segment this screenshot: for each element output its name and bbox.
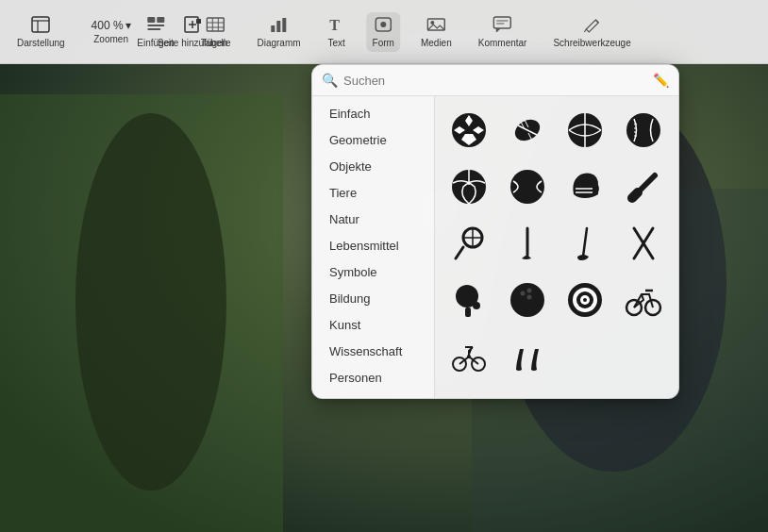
einfuegen-button[interactable]: Einfügen	[131, 12, 179, 52]
category-item-orte[interactable]: Orte	[316, 391, 430, 398]
tennis-ball-button[interactable]	[501, 160, 554, 213]
category-item-kunst[interactable]: Kunst	[316, 312, 430, 338]
svg-point-63	[510, 283, 544, 317]
medien-icon	[426, 16, 445, 36]
svg-point-62	[473, 302, 480, 309]
einfuegen-icon	[146, 16, 165, 36]
golf-club-button[interactable]	[559, 217, 611, 270]
zoom-label: Zoomen	[93, 34, 128, 44]
form-icon	[374, 16, 392, 36]
category-item-wissenschaft[interactable]: Wissenschaft	[316, 339, 430, 364]
svg-line-33	[585, 29, 587, 32]
popup-search-bar: 🔍 ✏️	[312, 65, 678, 96]
ping-pong-button[interactable]	[442, 274, 495, 326]
toolbar-center: Einfügen Tabelle	[131, 12, 636, 52]
diagramm-button[interactable]: Diagramm	[251, 12, 306, 52]
svg-rect-16	[208, 18, 225, 31]
diagramm-icon	[270, 16, 289, 36]
category-list: EinfachGeometrieObjekteTiereNaturLebensm…	[312, 96, 435, 398]
volleyball-button[interactable]	[442, 160, 495, 213]
american-football-button[interactable]	[501, 104, 554, 157]
hockey-stick-button[interactable]	[501, 217, 554, 270]
svg-rect-13	[157, 17, 164, 23]
svg-line-53	[456, 247, 463, 258]
bicycle2-button[interactable]	[442, 330, 495, 383]
symbol-grid	[435, 96, 678, 398]
svg-rect-22	[277, 21, 281, 32]
svg-line-32	[596, 20, 599, 23]
category-item-bildung[interactable]: Bildung	[316, 286, 430, 311]
search-icon: 🔍	[322, 73, 338, 88]
svg-text:T: T	[330, 17, 341, 33]
category-item-personen[interactable]: Personen	[316, 365, 430, 391]
svg-rect-15	[147, 28, 160, 30]
medien-button[interactable]: Medien	[415, 12, 458, 52]
pen-icon[interactable]: ✏️	[653, 73, 669, 88]
svg-rect-27	[427, 19, 444, 30]
category-item-natur[interactable]: Natur	[316, 207, 430, 232]
schreibwerkzeuge-label: Schreibwerkzeuge	[553, 38, 630, 48]
category-item-geometrie[interactable]: Geometrie	[316, 127, 430, 153]
baseball-button[interactable]	[617, 104, 670, 157]
category-item-tiere[interactable]: Tiere	[316, 180, 430, 206]
category-item-einfach[interactable]: Einfach	[316, 101, 430, 126]
tennis-racket-button[interactable]	[442, 217, 495, 270]
svg-rect-14	[147, 25, 164, 26]
text-label: Text	[327, 38, 344, 48]
darstellung-label: Darstellung	[17, 38, 65, 48]
svg-point-49	[510, 170, 544, 204]
einfuegen-label: Einfügen	[137, 38, 174, 48]
kommentar-icon	[493, 16, 512, 36]
medien-label: Medien	[421, 38, 452, 48]
svg-rect-21	[272, 25, 275, 32]
diagramm-label: Diagramm	[257, 38, 300, 48]
svg-point-65	[526, 289, 531, 293]
svg-rect-29	[494, 17, 511, 28]
ski-poles-button[interactable]	[617, 217, 670, 270]
skis-button[interactable]	[501, 330, 554, 383]
zoom-value: 400 % ▾	[92, 19, 131, 32]
popup-body: EinfachGeometrieObjekteTiereNaturLebensm…	[312, 96, 678, 398]
bicycle-button[interactable]	[617, 274, 670, 326]
football-helmet-button[interactable]	[559, 160, 611, 213]
basketball-button[interactable]	[559, 104, 611, 157]
target-button[interactable]	[559, 274, 611, 326]
svg-rect-3	[0, 94, 283, 532]
toolbar: Darstellung 400 % ▾ Zoomen Seite hinzufü…	[0, 0, 768, 64]
kommentar-label: Kommentar	[478, 38, 527, 48]
tabelle-button[interactable]: Tabelle	[195, 12, 237, 52]
text-button[interactable]: T Text	[322, 12, 352, 52]
darstellung-icon	[31, 16, 50, 36]
baseball-bat-button[interactable]	[617, 160, 670, 213]
svg-point-26	[380, 22, 386, 27]
zoom-control[interactable]: 400 % ▾ Zoomen	[86, 15, 137, 48]
svg-rect-23	[283, 18, 287, 32]
kommentar-button[interactable]: Kommentar	[473, 12, 533, 52]
form-button[interactable]: Form	[367, 12, 400, 52]
soccer-ball-button[interactable]	[442, 104, 495, 157]
schreibwerkzeuge-button[interactable]: Schreibwerkzeuge	[547, 12, 636, 52]
symbol-picker-popup: 🔍 ✏️ EinfachGeometrieObjekteTiereNaturLe…	[311, 64, 679, 399]
svg-point-28	[430, 21, 434, 25]
search-input[interactable]	[343, 74, 647, 88]
svg-rect-5	[32, 17, 49, 32]
form-label: Form	[373, 38, 394, 48]
svg-point-64	[520, 291, 525, 296]
svg-rect-12	[147, 17, 155, 23]
svg-point-71	[583, 298, 587, 302]
svg-line-57	[583, 228, 587, 257]
schreibwerkzeuge-icon	[583, 16, 602, 36]
tabelle-icon	[207, 16, 225, 36]
svg-point-42	[626, 113, 660, 147]
tabelle-label: Tabelle	[201, 38, 231, 48]
svg-rect-61	[465, 308, 471, 317]
bowling-ball-button[interactable]	[501, 274, 554, 326]
text-icon: T	[327, 16, 346, 36]
category-item-symbole[interactable]: Symbole	[316, 259, 430, 285]
svg-point-66	[526, 295, 531, 300]
darstellung-button[interactable]: Darstellung	[11, 12, 71, 52]
category-item-objekte[interactable]: Objekte	[316, 154, 430, 179]
category-item-lebensmittel[interactable]: Lebensmittel	[316, 233, 430, 258]
svg-line-51	[632, 192, 638, 198]
